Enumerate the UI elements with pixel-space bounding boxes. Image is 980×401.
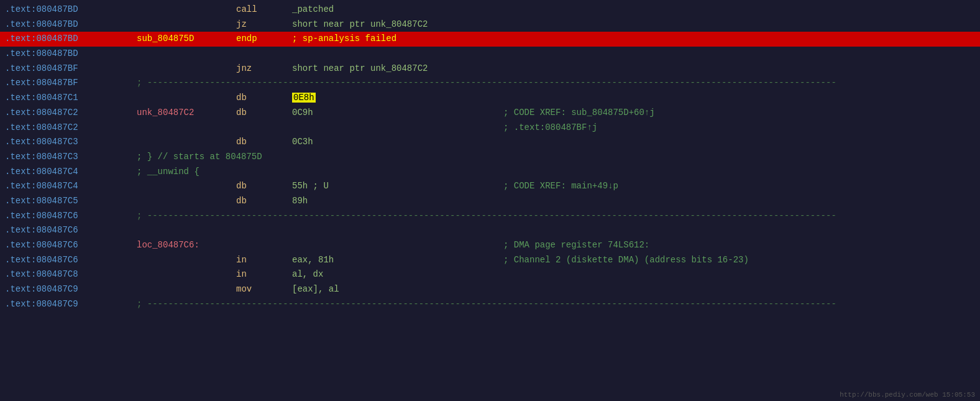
mnemonic: db: [236, 180, 292, 193]
comment: ; DMA page register 74LS612:: [503, 239, 649, 252]
address: .text:080487BD: [0, 18, 137, 32]
address: .text:080487C3: [0, 150, 137, 164]
label: unk_80487C2: [137, 106, 236, 120]
mnemonic: jnz: [236, 62, 292, 76]
comment: ; } // starts at 804875D: [137, 150, 262, 164]
operands: [eax], al: [292, 283, 503, 297]
mnemonic: in: [236, 254, 292, 267]
address: .text:080487C6: [0, 254, 137, 267]
address: .text:080487BF: [0, 76, 137, 90]
address: .text:080487C1: [0, 91, 137, 105]
operands: _patched: [292, 3, 503, 17]
table-row: .text:080487C6loc_80487C6:; DMA page reg…: [0, 238, 980, 253]
table-row: .text:080487C5db89h: [0, 194, 980, 209]
operands: al, dx: [292, 268, 503, 282]
table-row: .text:080487C6: [0, 223, 980, 238]
comment: ; CODE XREF: main+49↓p: [503, 180, 618, 193]
operands: 0C3h: [292, 136, 503, 149]
comment: ; .text:080487BF↑j: [503, 121, 597, 135]
label: loc_80487C6:: [137, 239, 236, 252]
mnemonic: mov: [236, 283, 292, 297]
address: .text:080487BD: [0, 47, 137, 61]
table-row: .text:080487BF; ------------------------…: [0, 76, 980, 91]
address: .text:080487C6: [0, 239, 137, 252]
operands: eax, 81h: [292, 254, 503, 267]
table-row: .text:080487C9mov[eax], al: [0, 282, 980, 297]
address: .text:080487C2: [0, 121, 137, 135]
table-row: .text:080487C2unk_80487C2db0C9h; CODE XR…: [0, 106, 980, 121]
address: .text:080487C9: [0, 298, 137, 311]
operands: 89h: [292, 195, 503, 208]
table-row: .text:080487BD: [0, 47, 980, 62]
table-row: .text:080487C6; ------------------------…: [0, 209, 980, 224]
table-row: .text:080487C8inal, dx: [0, 267, 980, 282]
mnemonic: jz: [236, 18, 292, 32]
address: .text:080487C8: [0, 268, 137, 282]
separator-line: ; --------------------------------------…: [137, 298, 836, 311]
address: .text:080487C6: [0, 224, 137, 237]
table-row: .text:080487C6ineax, 81h; Channel 2 (dis…: [0, 253, 980, 268]
address: .text:080487BD: [0, 32, 137, 46]
comment: ; __unwind {: [137, 165, 199, 179]
operands: short near ptr unk_80487C2: [292, 62, 503, 76]
table-row: .text:080487BDjzshort near ptr unk_80487…: [0, 17, 980, 32]
label: sub_804875D: [137, 32, 236, 46]
table-row: .text:080487C9; ------------------------…: [0, 297, 980, 312]
separator-line: ; --------------------------------------…: [137, 210, 836, 223]
operands: 0E8h: [292, 91, 503, 105]
operands: ; sp-analysis failed: [292, 32, 396, 46]
mnemonic: in: [236, 268, 292, 282]
code-view: .text:080487BDcall_patched.text:080487BD…: [0, 0, 980, 401]
table-row: .text:080487C4; __unwind {: [0, 165, 980, 180]
table-row: .text:080487C2; .text:080487BF↑j: [0, 121, 980, 136]
address: .text:080487C5: [0, 195, 137, 208]
table-row: .text:080487BDsub_804875Dendp; sp-analys…: [0, 32, 980, 47]
address: .text:080487BF: [0, 62, 137, 76]
table-row: .text:080487C1db0E8h: [0, 91, 980, 106]
mnemonic: db: [236, 106, 292, 120]
mnemonic: db: [236, 136, 292, 149]
mnemonic: db: [236, 195, 292, 208]
table-row: .text:080487C4db55h ; U; CODE XREF: main…: [0, 179, 980, 194]
separator-line: ; --------------------------------------…: [137, 76, 836, 90]
address: .text:080487C4: [0, 165, 137, 179]
mnemonic: db: [236, 91, 292, 105]
table-row: .text:080487C3db0C3h: [0, 135, 980, 150]
address: .text:080487BD: [0, 3, 137, 17]
operands: short near ptr unk_80487C2: [292, 18, 503, 32]
table-row: .text:080487BDcall_patched: [0, 2, 980, 17]
address: .text:080487C3: [0, 136, 137, 149]
mnemonic: call: [236, 3, 292, 17]
address: .text:080487C2: [0, 106, 137, 120]
mnemonic: endp: [236, 32, 292, 46]
address: .text:080487C9: [0, 283, 137, 297]
comment: ; Channel 2 (diskette DMA) (address bits…: [503, 254, 749, 267]
comment: ; CODE XREF: sub_804875D+60↑j: [503, 106, 655, 120]
operands: 0C9h: [292, 106, 503, 120]
watermark: http://bbs.pediy.com/web 15:05:53: [840, 391, 975, 399]
table-row: .text:080487BFjnzshort near ptr unk_8048…: [0, 62, 980, 76]
operands: 55h ; U: [292, 180, 503, 193]
table-row: .text:080487C3; } // starts at 804875D: [0, 150, 980, 165]
address: .text:080487C6: [0, 210, 137, 223]
address: .text:080487C4: [0, 180, 137, 193]
